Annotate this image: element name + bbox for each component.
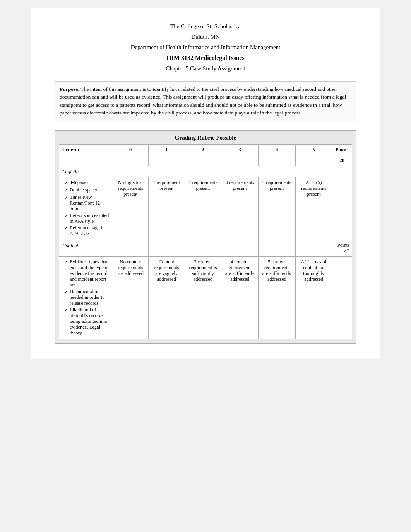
points-row: 20 [59,155,352,166]
header-section: The College of St. Scholastica Duluth, M… [55,23,356,72]
content-points-cell [332,257,352,339]
header-line5: Chapter 5 Case Study Assignment [55,65,356,72]
header-line3: Department of Health Informatics and Inf… [55,44,356,51]
logistics-score-4: 4 requirements present [258,177,295,240]
content-score-2: 3 content requirement is sufficiently ad… [185,257,221,339]
logistics-score-3: 3 requirements present [221,177,259,240]
logistics-score-0: No logistical requirements present [113,177,148,240]
col-header-1: 1 [148,145,185,155]
list-item: ✓Times New Roman/Font 12 point [62,194,110,212]
logistics-points-cell [332,177,352,240]
content-content-row: ✓Evidence types that exist and the type … [59,257,352,339]
check-icon: ✓ [64,180,68,186]
list-item: ✓In-text sources cited in APA style [62,213,110,224]
list-item: ✓Documentation needed in order to releas… [62,289,110,306]
header-line1: The College of St. Scholastica [55,23,356,30]
check-icon: ✓ [64,188,68,194]
logistics-criteria-cell: ✓4-6 pages ✓Double spaced ✓Times New Rom… [59,177,113,240]
col-header-0: 0 [113,145,148,155]
col-header-2: 2 [185,145,221,155]
content-label: Content [62,242,78,248]
logistics-score-2: 2 requirements present [185,177,221,240]
content-label-row: Content Points x 2 [59,240,352,257]
col-header-points: Points [332,145,352,155]
content-score-0: No content requirements are addressed [113,257,148,339]
header-line4: HIM 3132 Medicolegal Issues [55,55,356,61]
logistics-score-5: ALL (5) requirements present [295,177,332,240]
content-list: ✓Evidence types that exist and the type … [62,259,110,336]
list-item: ✓Evidence types that exist and the type … [62,259,110,288]
rubric-container: Grading Rubric Possible Criteria 0 1 2 3… [55,130,356,344]
content-score-3: 4 content requirements are sufficiently … [221,257,259,339]
logistics-list: ✓4-6 pages ✓Double spaced ✓Times New Rom… [62,180,110,237]
purpose-text: : The intent of this assignment is to id… [60,86,346,116]
purpose-section: Purpose: The intent of this assignment i… [55,81,356,121]
logistics-label: Logistics [62,169,80,174]
page: The College of St. Scholastica Duluth, M… [31,8,380,359]
content-criteria-cell: ✓Evidence types that exist and the type … [59,257,113,339]
purpose-label: Purpose [60,86,78,92]
rubric-title: Grading Rubric Possible [59,135,352,141]
check-icon: ✓ [64,225,68,232]
logistics-content-row: ✓4-6 pages ✓Double spaced ✓Times New Rom… [59,177,352,240]
header-line2: Duluth, MN [55,34,356,40]
logistics-score-1: 1 requirement present [148,177,185,240]
content-score-1: Content requirements are vaguely address… [148,257,185,339]
col-header-5: 5 [295,145,332,155]
check-icon: ✓ [64,213,68,219]
list-item: ✓Likelihood of plaintiff's records being… [62,307,110,336]
col-header-3: 3 [221,145,259,155]
check-icon: ✓ [64,259,68,266]
content-score-4: 5 content requirements are sufficiently … [258,257,295,339]
check-icon: ✓ [64,289,68,295]
points-value: 20 [332,155,352,166]
check-icon: ✓ [64,195,68,201]
list-item: ✓Double spaced [62,187,110,194]
check-icon: ✓ [64,307,68,314]
content-score-5: ALL areas of content are thoroughly addr… [295,257,332,339]
rubric-table: Criteria 0 1 2 3 4 5 Points [59,144,352,339]
logistics-label-row: Logistics [59,166,352,177]
col-header-criteria: Criteria [59,145,113,155]
points-x2: Points x 2 [332,240,352,257]
list-item: ✓4-6 pages [62,180,110,186]
col-header-4: 4 [258,145,295,155]
list-item: ✓Reference page in APA style [62,225,110,237]
table-header-row: Criteria 0 1 2 3 4 5 Points [59,145,352,155]
